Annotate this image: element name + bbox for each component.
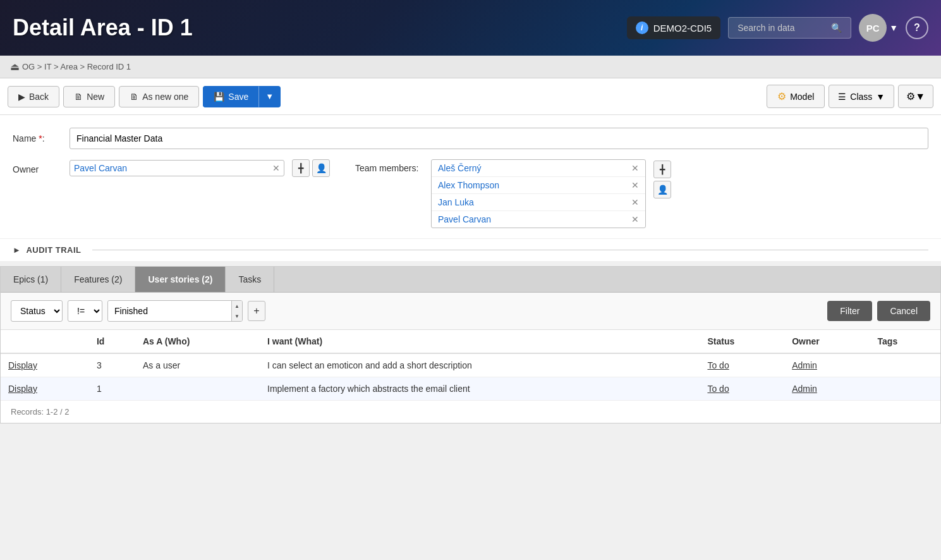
back-button[interactable]: ▶ Back — [8, 86, 59, 107]
header: Detail Area - ID 1 i DEMO2-CDI5 🔍 PC ▼ ? — [0, 0, 941, 56]
copy-icon: 🗎 — [130, 92, 138, 102]
owner-row: Owner Pavel Carvan ✕ ╋ 👤 Team members: A… — [13, 159, 928, 228]
toolbar: ▶ Back 🗎 New 🗎 As new one 💾 Save ▼ ⚙ Mod… — [0, 78, 941, 115]
name-label: Name *: — [13, 133, 70, 143]
team-member-3: Jan Luka ✕ — [432, 194, 645, 211]
search-icon[interactable]: 🔍 — [831, 23, 842, 33]
owner-table-link-2[interactable]: Admin — [792, 384, 817, 394]
audit-trail-toggle[interactable]: ► AUDIT TRAIL — [13, 245, 928, 255]
team-member-link-2[interactable]: Alex Thompson — [438, 180, 631, 190]
owner-field: Pavel Carvan ✕ — [70, 160, 284, 176]
team-member-remove-4[interactable]: ✕ — [631, 214, 639, 224]
team-member-1: Aleš Černý ✕ — [432, 160, 645, 177]
col-status: Status — [700, 330, 784, 353]
display-link-1[interactable]: Display — [8, 360, 37, 370]
team-person-button[interactable]: 👤 — [653, 181, 671, 198]
audit-trail-divider — [92, 250, 928, 250]
owner-label: Owner — [13, 159, 70, 174]
settings-button[interactable]: ⚙ ▼ — [898, 85, 933, 108]
search-box[interactable]: 🔍 — [728, 17, 851, 39]
col-owner: Owner — [784, 330, 870, 353]
team-section: Team members: Aleš Černý ✕ Alex Thompson… — [355, 159, 671, 228]
audit-trail-expand-icon: ► — [13, 245, 21, 255]
breadcrumb-path: OG > IT > Area > Record ID 1 — [22, 62, 131, 71]
team-member-remove-1[interactable]: ✕ — [631, 163, 639, 173]
save-group: 💾 Save ▼ — [203, 86, 281, 107]
as-new-one-button[interactable]: 🗎 As new one — [119, 86, 199, 107]
new-icon: 🗎 — [74, 92, 83, 102]
table-row: Display 3 As a user I can select an emot… — [1, 353, 940, 377]
owner-clear-button[interactable]: ✕ — [272, 163, 280, 173]
tab-user-stories[interactable]: User stories (2) — [135, 267, 226, 292]
search-input[interactable] — [738, 23, 826, 33]
team-member-link-4[interactable]: Pavel Carvan — [438, 214, 631, 224]
team-member-remove-3[interactable]: ✕ — [631, 197, 639, 207]
filter-spinner-up[interactable]: ▲ — [232, 301, 242, 311]
team-member-remove-2[interactable]: ✕ — [631, 180, 639, 190]
id-cell-1: 3 — [89, 353, 135, 377]
save-icon: 💾 — [214, 92, 224, 102]
owner-cell-1: Admin — [784, 353, 870, 377]
name-input[interactable] — [70, 128, 928, 149]
team-member-link-1[interactable]: Aleš Černý — [438, 163, 631, 173]
display-cell-1: Display — [1, 353, 89, 377]
filter-spinner-down[interactable]: ▼ — [232, 311, 242, 321]
audit-trail-label: AUDIT TRAIL — [26, 245, 81, 255]
avatar-dropdown-arrow[interactable]: ▼ — [889, 23, 898, 33]
data-table: Id As A (Who) I want (What) Status Owner… — [1, 330, 940, 401]
instance-badge: i DEMO2-CDI5 — [627, 16, 721, 39]
filter-spinners: ▲ ▼ — [231, 301, 242, 321]
tab-tasks[interactable]: Tasks — [226, 267, 274, 292]
records-info: Records: 1-2 / 2 — [1, 401, 940, 423]
status-link-1[interactable]: To do — [707, 360, 729, 370]
tab-features[interactable]: Features (2) — [61, 267, 135, 292]
toolbar-right: ⚙ Model ☰ Class ▼ ⚙ ▼ — [767, 85, 933, 108]
filter-apply-button[interactable]: Filter — [827, 301, 872, 321]
new-button[interactable]: 🗎 New — [63, 86, 115, 107]
audit-trail-section: ► AUDIT TRAIL — [0, 238, 941, 261]
status-link-2[interactable]: To do — [707, 384, 729, 394]
tab-epics[interactable]: Epics (1) — [1, 267, 61, 292]
tabs-area: Epics (1) Features (2) User stories (2) … — [0, 266, 941, 423]
team-side-icons: ╋ 👤 — [653, 159, 671, 198]
what-cell-1: I can select an emoticon and add a short… — [260, 353, 700, 377]
breadcrumb-icon: ⏏ — [10, 61, 20, 73]
owner-table-link-1[interactable]: Admin — [792, 360, 817, 370]
owner-person-button[interactable]: 👤 — [312, 159, 330, 177]
tags-cell-1 — [870, 353, 940, 377]
required-indicator: * — [39, 133, 42, 143]
team-label: Team members: — [355, 159, 431, 173]
help-button[interactable]: ? — [906, 16, 928, 39]
filter-value-input[interactable] — [108, 301, 231, 320]
filter-add-condition-button[interactable]: + — [248, 301, 265, 321]
filter-operator-select[interactable]: != — [68, 300, 102, 322]
col-what: I want (What) — [260, 330, 700, 353]
form-area: Name *: Owner Pavel Carvan ✕ ╋ 👤 Team me… — [0, 115, 941, 238]
class-button[interactable]: ☰ Class ▼ — [829, 85, 894, 108]
class-dropdown-arrow: ▼ — [876, 92, 885, 102]
back-icon: ▶ — [18, 92, 25, 102]
team-member-4: Pavel Carvan ✕ — [432, 211, 645, 228]
page-title: Detail Area - ID 1 — [13, 15, 627, 41]
filter-field-select[interactable]: Status — [11, 300, 63, 322]
model-button[interactable]: ⚙ Model — [767, 85, 825, 108]
team-member-link-3[interactable]: Jan Luka — [438, 197, 631, 207]
col-who: As A (Who) — [135, 330, 260, 353]
puzzle-icon: ⚙ — [777, 90, 786, 102]
filter-value-wrap: ▲ ▼ — [107, 300, 243, 322]
save-button[interactable]: 💾 Save — [203, 86, 258, 107]
info-icon: i — [636, 21, 648, 34]
status-cell-1: To do — [700, 353, 784, 377]
team-member-2: Alex Thompson ✕ — [432, 177, 645, 194]
owner-link[interactable]: Pavel Carvan — [74, 163, 270, 173]
col-tags: Tags — [870, 330, 940, 353]
tab-bar: Epics (1) Features (2) User stories (2) … — [1, 267, 940, 293]
status-cell-2: To do — [700, 377, 784, 401]
save-dropdown-button[interactable]: ▼ — [258, 86, 281, 107]
filter-cancel-button[interactable]: Cancel — [877, 301, 930, 321]
team-add-button[interactable]: ╋ — [653, 161, 671, 178]
display-link-2[interactable]: Display — [8, 384, 37, 394]
avatar[interactable]: PC — [859, 14, 887, 42]
display-cell-2: Display — [1, 377, 89, 401]
owner-add-button[interactable]: ╋ — [292, 159, 310, 177]
